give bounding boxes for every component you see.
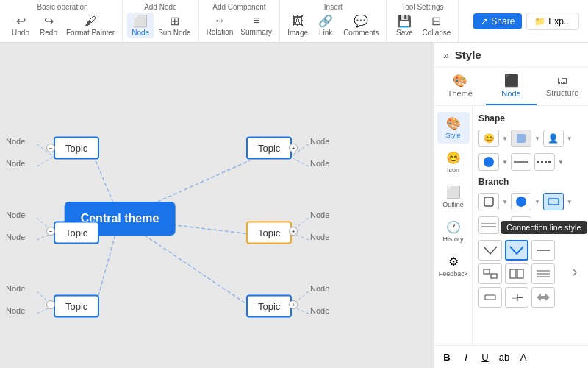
shape-row-1: 😊 ▼ ▼ 👤 ▼ — [478, 130, 582, 147]
style-sidebar-label: Style — [445, 132, 460, 139]
shape-person-btn[interactable]: 👤 — [543, 130, 564, 147]
topic-node-tr[interactable]: Topic — [246, 137, 292, 160]
style-icon: 🎨 — [446, 116, 461, 130]
conn-btn-3[interactable] — [531, 240, 555, 261]
sidebar-feedback[interactable]: ⚙ Feedback — [437, 250, 470, 282]
insert-buttons: 🖼 Image 🔗 Link 💬 Comments — [284, 13, 381, 38]
shape-line2-btn[interactable] — [534, 153, 555, 171]
sidebar-history[interactable]: 🕐 History — [437, 216, 470, 247]
panel-collapse-button[interactable]: » — [443, 49, 449, 61]
shape-fill-btn[interactable] — [511, 130, 531, 147]
structure-tab-icon: 🗂 — [556, 74, 568, 87]
sidebar-icon[interactable]: 😊 Icon — [437, 146, 470, 178]
undo-label: Undo — [12, 29, 29, 37]
svg-rect-18 — [517, 134, 526, 143]
branch-color-btn[interactable] — [511, 193, 531, 210]
conn-btn-8[interactable]: ⊣ ⊢ — [505, 287, 528, 308]
redo-icon: ↪ — [44, 14, 54, 28]
svg-rect-29 — [517, 269, 523, 278]
branch-section-title: Branch — [478, 177, 582, 187]
sidebar-outline[interactable]: ⬜ Outline — [437, 181, 470, 213]
shape-line1-btn[interactable] — [511, 153, 531, 171]
branch-shape-btn[interactable] — [478, 193, 499, 210]
conn-btn-2[interactable] — [505, 240, 528, 261]
svg-text:⊢: ⊢ — [517, 294, 524, 302]
shape-color-dot — [484, 157, 494, 167]
toolbar-group-add-component: Add Component ↔ Relation ≡ Summary — [199, 0, 281, 42]
node-label-9: Node — [310, 210, 329, 219]
conn-btn-4[interactable] — [478, 263, 502, 284]
node-label-12: Node — [310, 306, 329, 315]
expand-circle-tr[interactable]: + — [289, 144, 298, 152]
conn-btn-9[interactable] — [531, 287, 555, 308]
link-icon: 🔗 — [318, 14, 333, 28]
topic-node-tl[interactable]: Topic — [54, 137, 99, 160]
italic-button[interactable]: I — [458, 349, 474, 365]
conn-btn-1[interactable] — [478, 240, 502, 261]
sidebar-style[interactable]: 🎨 Style — [437, 112, 470, 144]
branch-lines-btn[interactable] — [478, 216, 499, 234]
relation-button[interactable]: ↔ Relation — [204, 13, 237, 38]
share-icon: ↗ — [481, 16, 488, 26]
image-icon: 🖼 — [292, 15, 304, 28]
save-button[interactable]: 💾 Save — [391, 13, 417, 38]
conn-btn-5[interactable] — [505, 263, 528, 284]
redo-button[interactable]: ↪ Redo — [35, 13, 62, 38]
history-sidebar-label: History — [442, 236, 463, 243]
bold-button[interactable]: B — [439, 349, 455, 365]
collapse-icon: ⊟ — [431, 14, 441, 28]
main-area: Central theme Topic Topic Topic Topic To… — [0, 43, 588, 368]
topic-node-ml[interactable]: Topic — [54, 222, 99, 244]
connection-grid-2 — [478, 263, 582, 284]
topic-node-bl[interactable]: Topic — [54, 295, 99, 318]
link-button[interactable]: 🔗 Link — [312, 13, 339, 38]
shape-emoji-btn[interactable]: 😊 — [478, 130, 499, 147]
tool-settings-label: Tool Settings — [401, 3, 443, 11]
shape-dd3-arrow: ▼ — [567, 135, 573, 142]
topic-node-br[interactable]: Topic — [246, 295, 292, 318]
expand-circle-ml[interactable]: − — [46, 227, 55, 236]
collapse-button[interactable]: ⊟ Collapse — [419, 13, 453, 38]
link-label: Link — [319, 29, 332, 37]
share-button[interactable]: ↗ Share — [473, 13, 522, 29]
save-label: Save — [396, 29, 413, 37]
tab-structure[interactable]: 🗂 Structure — [537, 68, 588, 105]
tab-theme[interactable]: 🎨 Theme — [434, 68, 486, 105]
expand-circle-tl[interactable]: − — [46, 144, 55, 152]
image-button[interactable]: 🖼 Image — [284, 13, 311, 38]
topic-node-mr[interactable]: Topic — [246, 222, 292, 244]
shape-color-btn[interactable] — [478, 153, 499, 171]
format-painter-button[interactable]: 🖌 Format Painter — [63, 13, 118, 38]
expand-circle-br[interactable]: + — [289, 300, 298, 309]
comments-button[interactable]: 💬 Comments — [340, 13, 381, 38]
branch-rect-btn[interactable] — [543, 193, 564, 210]
shape-dd4-arrow: ▼ — [502, 159, 508, 166]
expand-circle-bl[interactable]: − — [46, 300, 55, 309]
underline-button[interactable]: U — [477, 349, 493, 365]
undo-button[interactable]: ↩ Undo — [7, 13, 34, 38]
relation-label: Relation — [207, 28, 234, 36]
node-label-7: Node — [310, 137, 329, 146]
connection-grid-3: ⊣ ⊢ — [478, 287, 582, 308]
summary-button[interactable]: ≡ Summary — [237, 13, 275, 38]
svg-rect-22 — [548, 199, 559, 205]
tab-node[interactable]: ⬛ Node — [486, 68, 537, 105]
insert-label: Insert — [324, 3, 343, 11]
format-painter-label: Format Painter — [66, 29, 115, 37]
font-color-button[interactable]: A — [515, 349, 531, 365]
redo-label: Redo — [40, 29, 57, 37]
svg-rect-21 — [484, 197, 493, 206]
shape-dd2-arrow: ▼ — [534, 135, 540, 142]
expand-circle-mr[interactable]: + — [289, 227, 298, 236]
basic-op-label: Basic operation — [37, 3, 88, 11]
connection-expand-arrow[interactable] — [572, 265, 581, 283]
sub-node-button[interactable]: ⊞ Sub Node — [155, 13, 193, 38]
add-component-label: Add Component — [212, 3, 265, 11]
conn-btn-6[interactable] — [531, 263, 555, 284]
expand-button[interactable]: 📁 Exp... — [526, 13, 579, 30]
conn-btn-7[interactable] — [478, 287, 502, 308]
canvas[interactable]: Central theme Topic Topic Topic Topic To… — [0, 43, 434, 368]
node-button[interactable]: ⬜ Node — [127, 13, 154, 38]
panel-sidebar: 🎨 Style 😊 Icon ⬜ Outline 🕐 History ⚙ — [434, 106, 473, 345]
ab-button[interactable]: ab — [496, 349, 512, 365]
